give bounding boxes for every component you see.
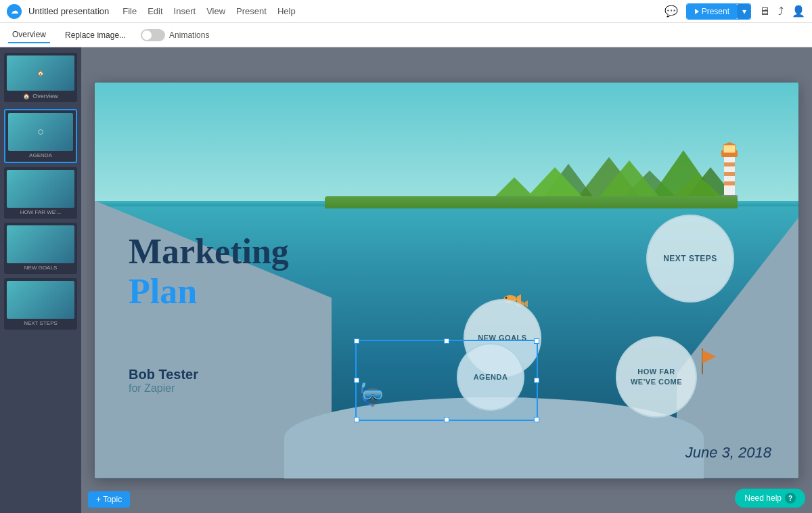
bubble-how-far[interactable]: HOW FAR WE'VE COME	[616, 336, 697, 418]
menu-edit[interactable]: Edit	[148, 6, 162, 16]
thumb-label-1: AGENDA	[8, 151, 73, 159]
thumb-label-4: NEXT STEPS	[7, 319, 74, 327]
menu-view[interactable]: View	[206, 6, 225, 16]
slide-canvas[interactable]: 🤿 Marketing Plan Bob Tester for Zapier N…	[95, 83, 798, 478]
logo-letter: ☁	[11, 7, 18, 16]
main-content: 🏠 🏠 Overview 1 ◯ AGENDA 2 HOW FAR WE'...…	[0, 47, 812, 513]
thumb-img-3	[7, 225, 74, 263]
svg-marker-24	[525, 300, 528, 307]
slide-thumb-2[interactable]: 2 HOW FAR WE'...	[4, 167, 77, 219]
canvas-area: 🤿 Marketing Plan Bob Tester for Zapier N…	[81, 47, 812, 513]
right-actions: 💬 Present ▾ 🖥 ⤴ 👤	[664, 3, 805, 20]
slide-thumb-4[interactable]: 4 NEXT STEPS	[4, 278, 77, 330]
user-icon[interactable]: 👤	[792, 5, 805, 18]
svg-rect-12	[724, 162, 735, 166]
handle-bl[interactable]	[354, 417, 359, 422]
author-org: for Zapier	[129, 382, 198, 395]
handle-tm[interactable]	[444, 338, 449, 344]
svg-rect-13	[724, 172, 735, 176]
slide-date: June 3, 2018	[685, 444, 771, 462]
title-line1: Marketing	[129, 231, 289, 271]
slide-thumb-overview[interactable]: 🏠 🏠 Overview	[4, 53, 77, 102]
app-title: Untitled presentation	[28, 6, 109, 16]
handle-ml[interactable]	[354, 378, 359, 383]
menu-present[interactable]: Present	[236, 6, 267, 16]
svg-rect-16	[723, 145, 736, 153]
replace-image-button[interactable]: Replace image...	[61, 28, 130, 43]
present-dropdown-button[interactable]: ▾	[738, 4, 750, 19]
handle-tl[interactable]	[354, 338, 359, 344]
overview-tab[interactable]: Overview	[8, 27, 50, 43]
handle-bm[interactable]	[444, 417, 449, 422]
thumb-img-2	[7, 170, 74, 208]
animations-label: Animations	[169, 30, 209, 40]
bubble-next-steps[interactable]: NEXT STEPS	[646, 215, 734, 303]
help-question-icon: ?	[785, 493, 796, 504]
title-line2: Plan	[129, 271, 289, 311]
slide-thumb-1[interactable]: 1 ◯ AGENDA	[4, 109, 77, 163]
menu-insert[interactable]: Insert	[174, 6, 196, 16]
animations-toggle-container: Animations	[141, 29, 209, 41]
add-topic-button[interactable]: + Topic	[88, 491, 130, 508]
handle-mr[interactable]	[534, 378, 539, 383]
comments-icon[interactable]: 💬	[664, 5, 678, 18]
toggle-knob	[142, 30, 152, 40]
sidebar: 🏠 🏠 Overview 1 ◯ AGENDA 2 HOW FAR WE'...…	[0, 47, 81, 513]
thumb-label-3: NEW GOALS	[7, 263, 74, 271]
selection-box	[355, 340, 538, 421]
thumb-label-overview: 🏠 Overview	[7, 91, 74, 99]
svg-marker-19	[702, 350, 716, 363]
svg-marker-17	[723, 142, 736, 145]
menu-file[interactable]: File	[122, 6, 137, 16]
thumb-img-overview: 🏠	[7, 55, 74, 91]
thumb-img-1: ◯	[8, 113, 73, 151]
play-icon	[695, 9, 699, 14]
land-strip	[325, 196, 738, 208]
slide-thumb-3[interactable]: 3 NEW GOALS	[4, 223, 77, 274]
handle-tr[interactable]	[534, 338, 539, 344]
author-name: Bob Tester	[129, 367, 198, 382]
svg-rect-14	[724, 181, 735, 185]
share-icon[interactable]: ⤴	[778, 5, 784, 18]
app-logo: ☁	[7, 4, 22, 19]
flag-graphic	[697, 349, 717, 378]
svg-point-22	[505, 296, 508, 298]
slide-title: Marketing Plan	[129, 231, 289, 311]
monitor-icon[interactable]: 🖥	[759, 5, 770, 18]
handle-br[interactable]	[534, 417, 539, 422]
thumb-label-2: HOW FAR WE'...	[7, 208, 74, 216]
menu-bar: File Edit Insert View Present Help	[122, 6, 295, 16]
present-button[interactable]: Present	[687, 4, 738, 19]
slide-author: Bob Tester for Zapier	[129, 367, 198, 395]
subtoolbar: Overview Replace image... Animations	[0, 23, 812, 47]
menu-help[interactable]: Help	[277, 6, 296, 16]
animations-toggle[interactable]	[141, 29, 165, 41]
need-help-button[interactable]: Need help ?	[735, 489, 805, 508]
topbar: ☁ Untitled presentation File Edit Insert…	[0, 0, 812, 23]
thumb-img-4	[7, 281, 74, 319]
